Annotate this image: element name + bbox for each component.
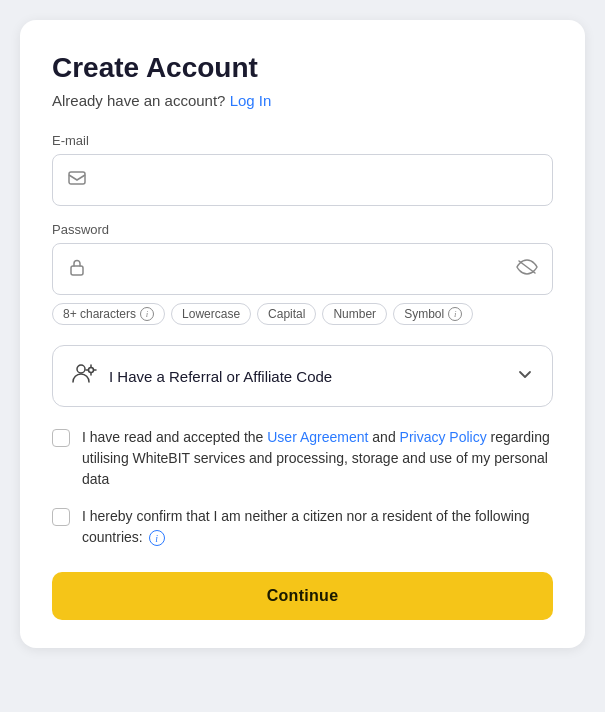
subtitle: Already have an account? Log In xyxy=(52,92,553,109)
referral-label: I Have a Referral or Affiliate Code xyxy=(109,368,332,385)
citizen-checkbox-group: I hereby confirm that I am neither a cit… xyxy=(52,506,553,548)
lock-icon xyxy=(67,257,87,282)
svg-point-2 xyxy=(77,365,85,373)
password-input[interactable] xyxy=(97,261,538,278)
agreement-checkbox-group: I have read and accepted the User Agreem… xyxy=(52,427,553,490)
chevron-down-icon xyxy=(516,365,534,388)
hint-capital: Capital xyxy=(257,303,316,325)
hint-chars: 8+ characters i xyxy=(52,303,165,325)
agreement-checkbox[interactable] xyxy=(52,429,70,447)
hint-capital-label: Capital xyxy=(268,307,305,321)
citizen-checkbox[interactable] xyxy=(52,508,70,526)
password-label: Password xyxy=(52,222,553,237)
svg-rect-0 xyxy=(69,172,85,184)
referral-user-icon xyxy=(71,360,97,392)
create-account-card: Create Account Already have an account? … xyxy=(20,20,585,648)
citizen-label: I hereby confirm that I am neither a cit… xyxy=(82,506,553,548)
password-input-wrapper xyxy=(52,243,553,295)
hint-symbol-info-icon[interactable]: i xyxy=(448,307,462,321)
email-field-group: E-mail xyxy=(52,133,553,206)
login-link[interactable]: Log In xyxy=(230,92,272,109)
user-agreement-link[interactable]: User Agreement xyxy=(267,429,368,445)
email-label: E-mail xyxy=(52,133,553,148)
continue-button[interactable]: Continue xyxy=(52,572,553,620)
toggle-password-icon[interactable] xyxy=(516,259,538,280)
hint-lowercase: Lowercase xyxy=(171,303,251,325)
email-icon xyxy=(67,168,87,193)
privacy-policy-link[interactable]: Privacy Policy xyxy=(400,429,487,445)
hint-symbol-label: Symbol xyxy=(404,307,444,321)
agreement-label: I have read and accepted the User Agreem… xyxy=(82,427,553,490)
password-hints: 8+ characters i Lowercase Capital Number… xyxy=(52,303,553,325)
email-input[interactable] xyxy=(97,172,538,189)
hint-lowercase-label: Lowercase xyxy=(182,307,240,321)
page-title: Create Account xyxy=(52,52,553,84)
hint-number: Number xyxy=(322,303,387,325)
referral-box[interactable]: I Have a Referral or Affiliate Code xyxy=(52,345,553,407)
hint-chars-label: 8+ characters xyxy=(63,307,136,321)
subtitle-text: Already have an account? xyxy=(52,92,225,109)
referral-left: I Have a Referral or Affiliate Code xyxy=(71,360,332,392)
hint-number-label: Number xyxy=(333,307,376,321)
password-field-group: Password 8+ characters i xyxy=(52,222,553,325)
svg-rect-1 xyxy=(71,266,83,275)
email-input-wrapper xyxy=(52,154,553,206)
hint-chars-info-icon[interactable]: i xyxy=(140,307,154,321)
hint-symbol: Symbol i xyxy=(393,303,473,325)
countries-info-icon[interactable]: i xyxy=(149,530,165,546)
